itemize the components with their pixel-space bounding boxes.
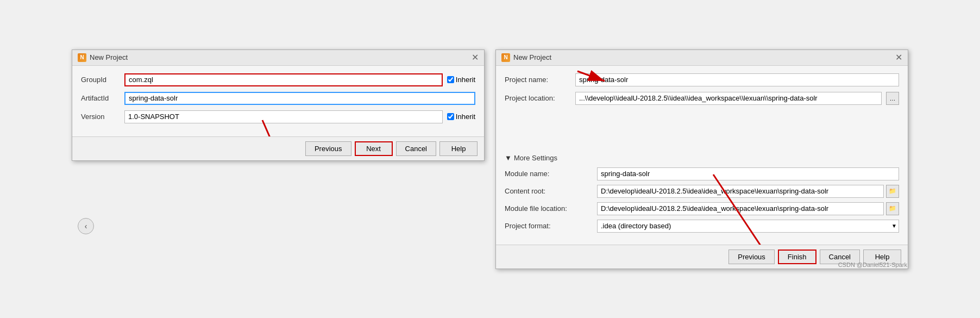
module-name-row: Module name: [505,167,899,180]
content-root-input[interactable] [597,185,884,198]
project-location-row: Project location: … [505,92,899,105]
artifactid-label: ArtifactId [81,94,124,102]
next-button[interactable]: Next [355,141,393,156]
project-location-input[interactable] [575,92,882,105]
dialog1-window: N New Project ✕ GroupId Inherit [72,49,485,161]
project-format-select[interactable]: .idea (directory based) [597,220,899,233]
dialog1: N New Project ✕ GroupId Inherit [72,49,485,269]
dialog2-title-text: New Project [513,53,551,61]
cancel-button[interactable]: Cancel [396,141,436,156]
content-root-row: Content root: 📁 [505,185,899,198]
finish-button[interactable]: Finish [778,250,816,264]
dialog1-footer: Previous Next Cancel Help [72,136,484,160]
dialog1-title-bar: N New Project ✕ [72,50,484,66]
project-format-row: Project format: .idea (directory based) … [505,220,899,233]
folder-icon2: 📁 [889,205,896,212]
dialog2-body: Project name: Project location: … [496,66,908,245]
dialog2-app-icon: N [501,53,510,62]
dialog1-body: GroupId Inherit ArtifactId [72,66,484,136]
project-location-label: Project location: [505,94,575,102]
project-name-label: Project name: [505,76,575,84]
previous-button[interactable]: Previous [305,141,351,156]
dialog2-previous-button[interactable]: Previous [728,250,775,264]
nav-left-arrow[interactable]: ‹ [78,218,94,234]
artifactid-row: ArtifactId [81,92,475,105]
dialog2-close-button[interactable]: ✕ [895,53,902,62]
help-button[interactable]: Help [439,141,478,156]
folder-icon: 📁 [889,188,896,195]
more-settings-chevron: ▼ [505,154,512,162]
dialog1-app-icon: N [78,53,86,62]
project-format-label: Project format: [505,222,597,230]
module-file-location-input[interactable] [597,202,884,215]
version-label: Version [81,113,124,121]
module-file-location-browse-button[interactable]: 📁 [886,202,899,215]
content-root-label: Content root: [505,187,597,195]
dialog1-close-button[interactable]: ✕ [472,53,479,62]
project-name-row: Project name: [505,73,899,86]
more-settings-label: More Settings [514,154,557,162]
more-settings-body: Module name: Content root: 📁 [505,167,899,233]
module-name-label: Module name: [505,170,597,178]
version-input[interactable] [124,110,443,123]
more-settings-toggle[interactable]: ▼ More Settings [505,154,899,162]
module-file-location-row: Module file location: 📁 [505,202,899,215]
module-name-input[interactable] [597,167,899,180]
groupid-input[interactable] [124,73,443,86]
dialog2: N New Project ✕ Project name: Project lo… [495,49,908,269]
version-row: Version Inherit [81,110,475,123]
dialog2-title-bar: N New Project ✕ [496,50,908,66]
artifactid-input[interactable] [124,92,475,105]
groupid-label: GroupId [81,76,124,84]
watermark: CSDN @Daniel521-Spark [838,261,907,268]
project-name-input[interactable] [575,73,899,86]
version-inherit-checkbox[interactable] [447,113,454,120]
version-inherit-label: Inherit [456,113,475,121]
dialog1-title-text: New Project [90,53,128,61]
project-location-browse-button[interactable]: … [886,92,899,105]
groupid-inherit-label: Inherit [456,76,475,84]
content-root-browse-button[interactable]: 📁 [886,185,899,198]
dialog2-window: N New Project ✕ Project name: Project lo… [495,49,908,269]
groupid-inherit-checkbox[interactable] [447,76,454,83]
module-file-location-label: Module file location: [505,204,597,213]
groupid-row: GroupId Inherit [81,73,475,86]
